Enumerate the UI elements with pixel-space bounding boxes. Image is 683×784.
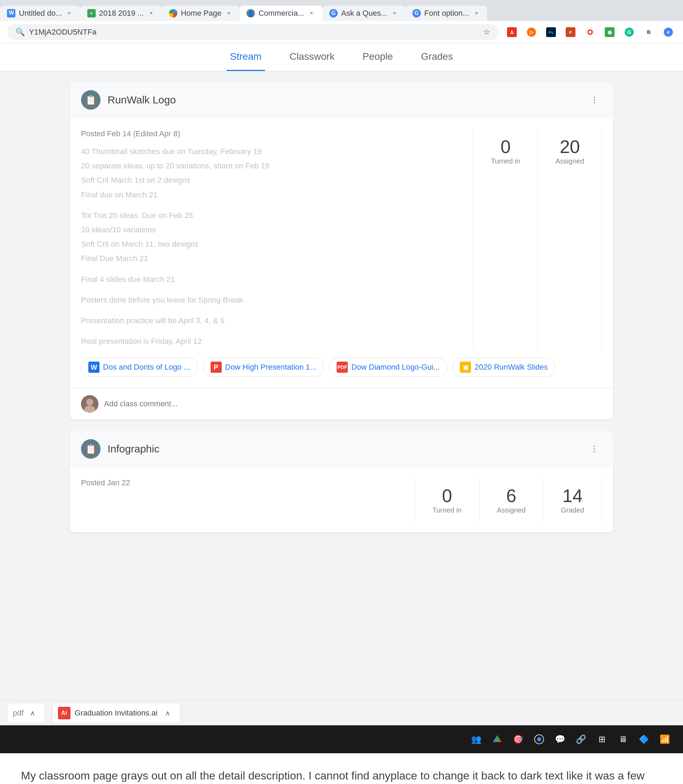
- tab-classwork[interactable]: Classwork: [286, 43, 338, 71]
- stat-number-turned-in: 0: [491, 136, 520, 157]
- powerpoint-icon[interactable]: P: [563, 24, 578, 40]
- post-line-7: Soft Crit on March 11, two designs: [81, 238, 466, 250]
- taskbar-monitor-icon[interactable]: 🖥: [615, 732, 631, 747]
- tab-stream[interactable]: Stream: [227, 43, 265, 71]
- tab-grades[interactable]: Grades: [417, 43, 456, 71]
- tab-close-1[interactable]: ×: [66, 10, 73, 17]
- address-text: Y1MjA2ODU5NTFa: [29, 27, 479, 37]
- tab-close-6[interactable]: ×: [473, 10, 480, 17]
- stat-label-assigned-2: Assigned: [497, 506, 526, 514]
- taskbar-people-icon[interactable]: 👥: [468, 732, 484, 747]
- post-line-11: Presentation practice will be April 3, 4…: [81, 315, 466, 327]
- star-icon[interactable]: ☆: [483, 27, 490, 37]
- assignment-card-runwalk: 📋 RunWalk Logo ⋮ Posted Feb 14 (Edited A…: [70, 82, 613, 419]
- card-header-runwalk: 📋 RunWalk Logo ⋮: [70, 82, 613, 118]
- download-ai-item[interactable]: Ai Graduation Invitations.ai ∧: [52, 703, 180, 723]
- tab-untitled[interactable]: W Untitled do... ×: [0, 6, 80, 21]
- svg-point-20: [86, 398, 93, 406]
- tab-people-label: People: [362, 51, 393, 62]
- attachment-word[interactable]: W Dos and Donts of Logo ...: [81, 358, 198, 377]
- tab-homepage[interactable]: Home Page ×: [162, 6, 239, 21]
- post-line-12: Real presentation is Friday, April 12: [81, 335, 466, 347]
- target-icon[interactable]: [582, 24, 598, 40]
- pdf-chevron-up[interactable]: ∧: [27, 707, 39, 719]
- stat-label-assigned: Assigned: [556, 157, 584, 165]
- browser-chrome: W Untitled do... × + 2018 2019 ... × Hom…: [0, 0, 683, 43]
- tab-grades-label: Grades: [421, 51, 453, 62]
- card-body-inner-infographic: Posted Jan 22 0 Turned in 6 Assigned 14: [81, 478, 602, 521]
- card-body-inner-runwalk: Posted Feb 14 (Edited Apr 8) 40 Thumbnai…: [81, 129, 602, 349]
- photoshop-icon[interactable]: Ps: [544, 24, 559, 40]
- card-header-infographic: 📋 Infographic ⋮: [70, 431, 613, 467]
- comment-area-runwalk: [70, 388, 613, 419]
- attachments-runwalk: W Dos and Donts of Logo ... P Dow High P…: [81, 358, 602, 377]
- download-ai-label: Graduation Invitations.ai: [75, 708, 157, 718]
- tab-favicon-green: +: [87, 9, 96, 18]
- svg-text:P: P: [569, 31, 572, 35]
- svg-text:▷: ▷: [530, 29, 534, 35]
- extension-icon[interactable]: e: [661, 24, 676, 40]
- pdf-suffix-label: pdf: [13, 708, 24, 718]
- card-menu-runwalk[interactable]: ⋮: [587, 92, 602, 108]
- post-line-9: Final 4 slides due March 21: [81, 273, 466, 286]
- toolbar-icons: A ▷ Ps P ◉ G B e: [504, 24, 676, 40]
- svg-text:Ps: Ps: [548, 31, 553, 35]
- tab-close-3[interactable]: ×: [225, 10, 232, 17]
- tab-close-2[interactable]: ×: [148, 10, 155, 17]
- tab-title-1: Untitled do...: [19, 9, 62, 18]
- stat-turned-in: 0 Turned in: [473, 129, 538, 349]
- word-icon: W: [88, 361, 99, 373]
- tab-commercial[interactable]: 👤 Commercia... ×: [239, 6, 322, 21]
- stat-assigned-2: 6 Assigned: [479, 478, 544, 521]
- tab-close-5[interactable]: ×: [391, 10, 398, 17]
- attachment-slides[interactable]: ▣ 2020 RunWalk Slides: [452, 358, 555, 377]
- svg-point-26: [537, 737, 541, 741]
- ppt-icon: P: [210, 361, 222, 373]
- svg-text:e: e: [667, 29, 670, 35]
- card-menu-infographic[interactable]: ⋮: [587, 441, 602, 457]
- stat-number-assigned-2: 6: [497, 485, 526, 506]
- avatar-runwalk: [81, 395, 98, 413]
- svg-text:G: G: [627, 29, 631, 35]
- rss-icon[interactable]: ◉: [602, 24, 617, 40]
- tab-ask[interactable]: G Ask a Ques... ×: [322, 6, 406, 21]
- ai-icon: Ai: [58, 707, 71, 719]
- attachment-pdf[interactable]: PDF Dow Diamond Logo-Gui...: [329, 358, 447, 377]
- download-pdf-item[interactable]: pdf ∧: [7, 703, 45, 723]
- presenter-icon[interactable]: ▷: [524, 24, 539, 40]
- card-body-infographic: Posted Jan 22 0 Turned in 6 Assigned 14: [70, 467, 613, 532]
- tab-title-6: Font option...: [424, 9, 469, 18]
- tab-close-4[interactable]: ×: [308, 10, 315, 17]
- search-icon: 🔍: [15, 27, 25, 37]
- stat-number-assigned: 20: [556, 136, 584, 157]
- taskbar-target-icon[interactable]: 🎯: [510, 732, 526, 747]
- comment-input-runwalk[interactable]: [104, 399, 602, 408]
- attachment-pdf-label: Dow Diamond Logo-Gui...: [351, 363, 439, 372]
- taskbar-link-icon[interactable]: 🔗: [573, 732, 589, 747]
- taskbar-drive-icon[interactable]: [489, 732, 505, 747]
- attachment-slides-label: 2020 RunWalk Slides: [475, 363, 548, 372]
- stat-label-graded: Graded: [561, 506, 584, 514]
- taskbar-wifi-icon[interactable]: 📶: [657, 732, 673, 747]
- ai-chevron-up[interactable]: ∧: [162, 707, 174, 719]
- taskbar-grid-icon[interactable]: ⊞: [594, 732, 610, 747]
- taskbar-msg-icon[interactable]: 💬: [552, 732, 568, 747]
- tab-2018[interactable]: + 2018 2019 ... ×: [80, 6, 162, 21]
- attachment-ppt[interactable]: P Dow High Presentation 1...: [203, 358, 324, 377]
- stat-turned-in-2: 0 Turned in: [415, 478, 479, 521]
- address-bar[interactable]: 🔍 Y1MjA2ODU5NTFa ☆: [7, 24, 499, 40]
- grammarly-icon[interactable]: G: [622, 24, 637, 40]
- tab-people[interactable]: People: [359, 43, 396, 71]
- brave-icon[interactable]: B: [641, 24, 656, 40]
- stat-number-graded: 14: [561, 485, 584, 506]
- slides-icon: ▣: [460, 361, 471, 373]
- post-line-5: Tot Trot 20 ideas. Due on Feb 25: [81, 209, 466, 222]
- tab-font[interactable]: G Font option... ×: [406, 6, 487, 21]
- taskbar-bluetooth-icon[interactable]: 🔷: [636, 732, 652, 747]
- svg-text:◉: ◉: [608, 29, 612, 35]
- acrobat-icon[interactable]: A: [504, 24, 519, 40]
- post-line-4: Final due on March 21: [81, 189, 466, 201]
- card-title-runwalk: RunWalk Logo: [107, 94, 580, 106]
- stat-label-turned-in: Turned in: [491, 157, 520, 165]
- taskbar-chrome-icon[interactable]: [531, 732, 547, 747]
